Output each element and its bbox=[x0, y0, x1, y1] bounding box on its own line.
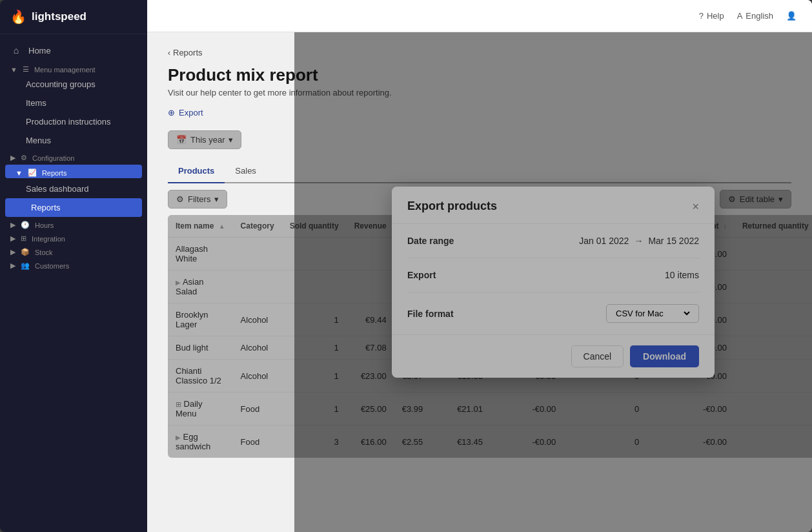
date-arrow: → bbox=[634, 236, 643, 246]
cell-item-name: Chianti Classico 1/2 bbox=[168, 360, 233, 393]
cell-item-name: Bud light bbox=[168, 336, 233, 360]
sidebar-item-production-instructions[interactable]: Production instructions bbox=[0, 112, 147, 131]
cell-category: Food bbox=[233, 425, 282, 458]
home-icon: ⌂ bbox=[10, 45, 22, 56]
col-category[interactable]: Category bbox=[233, 215, 282, 238]
sidebar-item-reports[interactable]: Reports bbox=[5, 198, 142, 217]
expand-icon: ▶ bbox=[10, 221, 15, 229]
col-item-name[interactable]: Item name ▲ bbox=[168, 215, 233, 238]
sidebar-nav: ⌂ Home ▼ ☰ Menu management Accounting gr… bbox=[0, 34, 147, 532]
period-filter[interactable]: 📅 This year ▾ bbox=[168, 130, 241, 149]
filters-button[interactable]: ⚙ Filters ▾ bbox=[168, 190, 227, 209]
modal-body: Date range Jan 01 2022 → Mar 15 2022 Exp… bbox=[392, 224, 715, 334]
date-from: Jan 01 2022 bbox=[579, 236, 629, 246]
cell-category: Alcohol bbox=[233, 336, 282, 360]
date-range-label: Date range bbox=[407, 236, 454, 246]
export-modal: Export products × Date range Jan 01 2022… bbox=[392, 187, 715, 378]
configuration-label: Configuration bbox=[32, 154, 74, 162]
stock-label: Stock bbox=[35, 249, 53, 256]
date-range-value: Jan 01 2022 → Mar 15 2022 bbox=[579, 236, 699, 246]
user-menu[interactable]: 👤 bbox=[786, 11, 797, 21]
cell-category bbox=[233, 271, 282, 303]
config-icon: ⚙ bbox=[21, 154, 27, 162]
user-icon: 👤 bbox=[786, 11, 797, 21]
logo-text: lightspeed bbox=[32, 10, 86, 23]
language-label: English bbox=[746, 11, 773, 21]
date-range-row: Date range Jan 01 2022 → Mar 15 2022 bbox=[407, 224, 699, 258]
filter-icon: ⚙ bbox=[176, 194, 184, 204]
stock-icon: 📦 bbox=[21, 248, 30, 256]
cell-item-name: ⊞ Daily Menu bbox=[168, 393, 233, 425]
help-link[interactable]: ? Help bbox=[699, 11, 724, 21]
integration-icon: ⊞ bbox=[21, 234, 26, 243]
sidebar-logo: 🔥 lightspeed bbox=[0, 0, 147, 34]
cell-item-name: ▶ Asian Salad bbox=[168, 271, 233, 303]
cell-item-name: Brooklyn Lager bbox=[168, 303, 233, 336]
sidebar-section-menu-management[interactable]: ▼ ☰ Menu management bbox=[0, 61, 147, 75]
sidebar-section-stock[interactable]: ▶ 📦 Stock bbox=[0, 244, 147, 258]
cell-item-name: ▶ Egg sandwich bbox=[168, 425, 233, 458]
sidebar-item-sales-dashboard[interactable]: Sales dashboard bbox=[0, 179, 147, 198]
help-icon: ? bbox=[699, 11, 704, 21]
expand-row-icon[interactable]: ▶ bbox=[176, 434, 181, 441]
menu-icon: ☰ bbox=[23, 65, 29, 74]
cell-item-name: Allagash White bbox=[168, 238, 233, 271]
modal-close-button[interactable]: × bbox=[692, 201, 699, 212]
download-button[interactable]: Download bbox=[630, 345, 699, 367]
menu-management-label: Menu management bbox=[34, 66, 96, 74]
cell-category: Food bbox=[233, 393, 282, 425]
file-format-label: File format bbox=[407, 309, 454, 319]
breadcrumb-link[interactable]: Reports bbox=[173, 48, 203, 57]
sidebar-item-items[interactable]: Items bbox=[0, 94, 147, 112]
date-to: Mar 15 2022 bbox=[648, 236, 699, 246]
hours-icon: 🕐 bbox=[21, 221, 30, 229]
sidebar: 🔥 lightspeed ⌂ Home ▼ ☰ Menu management … bbox=[0, 0, 147, 532]
sidebar-section-hours[interactable]: ▶ 🕐 Hours bbox=[0, 217, 147, 230]
hours-label: Hours bbox=[35, 221, 54, 229]
export-value: 10 items bbox=[665, 270, 699, 280]
expand-icon: ▶ bbox=[10, 261, 15, 270]
sidebar-section-integration[interactable]: ▶ ⊞ Integration bbox=[0, 230, 147, 244]
modal-overlay: Export products × Date range Jan 01 2022… bbox=[294, 32, 812, 532]
sidebar-section-customers[interactable]: ▶ 👥 Customers bbox=[0, 258, 147, 271]
sidebar-item-home[interactable]: ⌂ Home bbox=[0, 39, 147, 61]
cell-category bbox=[233, 238, 282, 271]
export-icon: ⊕ bbox=[168, 108, 175, 118]
sidebar-item-accounting-groups[interactable]: Accounting groups bbox=[0, 75, 147, 94]
file-format-select[interactable]: CSV for Mac CSV for Windows Excel bbox=[613, 308, 692, 319]
menu-row-icon: ⊞ bbox=[176, 400, 181, 408]
cell-category: Alcohol bbox=[233, 360, 282, 393]
sort-icon: ▲ bbox=[219, 223, 225, 230]
sidebar-item-home-label: Home bbox=[28, 46, 51, 56]
reports-label: Reports bbox=[42, 169, 67, 177]
period-label: This year bbox=[190, 135, 225, 145]
reports-icon: 📈 bbox=[28, 169, 37, 177]
sidebar-section-reports[interactable]: ▼ 📈 Reports bbox=[5, 165, 142, 178]
topbar: ? Help A English 👤 bbox=[147, 0, 812, 32]
filters-label: Filters bbox=[188, 194, 210, 204]
expand-icon: ▶ bbox=[10, 248, 15, 256]
sidebar-item-menus[interactable]: Menus bbox=[0, 131, 147, 150]
modal-footer: Cancel Download bbox=[392, 334, 715, 378]
sidebar-section-configuration[interactable]: ▶ ⚙ Configuration bbox=[0, 150, 147, 163]
tab-sales[interactable]: Sales bbox=[225, 159, 267, 183]
expand-icon: ▼ bbox=[15, 169, 23, 177]
cancel-button[interactable]: Cancel bbox=[571, 345, 624, 367]
export-label: Export bbox=[407, 270, 436, 280]
calendar-icon: 📅 bbox=[176, 135, 187, 145]
file-format-selector[interactable]: CSV for Mac CSV for Windows Excel bbox=[606, 304, 699, 323]
language-icon: A bbox=[737, 11, 743, 21]
file-format-row: File format CSV for Mac CSV for Windows … bbox=[407, 292, 699, 334]
modal-title: Export products bbox=[407, 200, 497, 213]
help-label: Help bbox=[707, 11, 724, 21]
cell-category: Alcohol bbox=[233, 303, 282, 336]
expand-icon: ▶ bbox=[10, 154, 15, 162]
tab-products[interactable]: Products bbox=[168, 159, 225, 183]
expand-row-icon[interactable]: ▶ bbox=[176, 279, 181, 286]
language-selector[interactable]: A English bbox=[737, 11, 773, 21]
chevron-down-icon: ▾ bbox=[214, 194, 219, 204]
modal-header: Export products × bbox=[392, 187, 715, 224]
export-count-row: Export 10 items bbox=[407, 258, 699, 292]
customers-label: Customers bbox=[35, 262, 69, 270]
integration-label: Integration bbox=[32, 235, 65, 243]
